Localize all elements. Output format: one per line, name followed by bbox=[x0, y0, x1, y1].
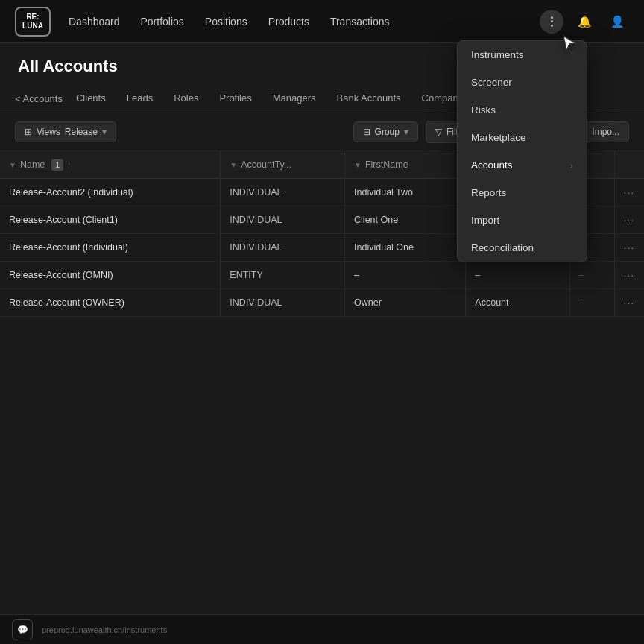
chevron-right-icon: › bbox=[570, 161, 573, 170]
col-first-name-label: FirstName bbox=[365, 160, 408, 170]
cell-type-2: INDIVIDUAL bbox=[221, 234, 345, 262]
views-icon: ⊞ bbox=[25, 127, 32, 137]
nav-transactions[interactable]: Transactions bbox=[330, 16, 390, 28]
tab-back-accounts[interactable]: < Accounts bbox=[15, 93, 63, 104]
col-sort-icon: ▼ bbox=[9, 161, 16, 169]
group-label: Group bbox=[375, 127, 400, 137]
filter-icon: ▽ bbox=[435, 127, 442, 137]
dropdown-item-reconciliation[interactable]: Reconciliation bbox=[458, 234, 587, 262]
tab-bank-accounts[interactable]: Bank Accounts bbox=[326, 85, 411, 113]
col-name-label: Name bbox=[20, 160, 45, 170]
col-account-type[interactable]: ▼ AccountTy... bbox=[221, 151, 345, 179]
col-name-sort-up-icon: ↑ bbox=[67, 161, 71, 169]
bell-icon: 🔔 bbox=[578, 15, 592, 28]
cell-dash-3: – bbox=[569, 262, 614, 289]
dropdown-item-label: Import bbox=[471, 215, 499, 226]
dots-vertical-icon bbox=[551, 16, 553, 27]
cell-type-1: INDIVIDUAL bbox=[221, 206, 345, 234]
cell-lname-4: Account bbox=[466, 289, 569, 317]
status-bar-url: preprod.lunawealth.ch/instruments bbox=[42, 625, 167, 634]
nav-links: Dashboard Portfolios Positions Products … bbox=[69, 16, 540, 28]
col-name[interactable]: ▼ Name 1 ↑ bbox=[0, 151, 221, 179]
row-actions-btn[interactable]: ··· bbox=[624, 242, 635, 253]
views-button[interactable]: ⊞ Views Release ▾ bbox=[15, 121, 116, 142]
cell-dash-4: – bbox=[569, 289, 614, 317]
cell-dots-3[interactable]: ··· bbox=[614, 262, 644, 289]
cell-name-0: Release-Account2 (Individual) bbox=[0, 179, 221, 206]
app-logo[interactable]: RE:LUNA bbox=[15, 7, 51, 37]
cell-fname-0: Individual Two bbox=[345, 179, 466, 206]
col-first-name-sort-icon: ▼ bbox=[354, 161, 362, 169]
tab-leads[interactable]: Leads bbox=[116, 85, 163, 113]
group-chevron-icon: ▾ bbox=[404, 127, 408, 137]
dropdown-item-reports[interactable]: Reports bbox=[458, 179, 587, 206]
profile-button[interactable]: 👤 bbox=[605, 10, 629, 34]
cell-name-4: Release-Account (OWNER) bbox=[0, 289, 221, 317]
cell-dots-1[interactable]: ··· bbox=[614, 206, 644, 234]
table-row[interactable]: Release-Account (OMNI) ENTITY – – – ··· bbox=[0, 262, 644, 289]
top-nav: RE:LUNA Dashboard Portfolios Positions P… bbox=[0, 0, 644, 43]
dropdown-item-label: Accounts bbox=[471, 160, 513, 171]
col-actions bbox=[614, 151, 644, 179]
cell-type-4: INDIVIDUAL bbox=[221, 289, 345, 317]
dropdown-item-marketplace[interactable]: Marketplace bbox=[458, 124, 587, 151]
dropdown-item-risks[interactable]: Risks bbox=[458, 96, 587, 124]
row-actions-btn[interactable]: ··· bbox=[624, 186, 635, 198]
dropdown-item-accounts[interactable]: Accounts› bbox=[458, 151, 587, 179]
cell-fname-3: – bbox=[345, 262, 466, 289]
nav-products[interactable]: Products bbox=[268, 16, 309, 28]
cell-type-0: INDIVIDUAL bbox=[221, 179, 345, 206]
sort-badge: 1 bbox=[51, 159, 63, 171]
dropdown-item-label: Instruments bbox=[471, 49, 524, 60]
dropdown-item-import[interactable]: Import bbox=[458, 206, 587, 234]
cell-lname-3: – bbox=[466, 262, 569, 289]
tab-profiles[interactable]: Profiles bbox=[209, 85, 262, 113]
tab-roles[interactable]: Roles bbox=[163, 85, 209, 113]
table-row[interactable]: Release-Account (OWNER) INDIVIDUAL Owner… bbox=[0, 289, 644, 317]
dropdown-item-label: Reconciliation bbox=[471, 242, 534, 253]
release-label: Release bbox=[65, 127, 98, 137]
dropdown-item-label: Reports bbox=[471, 187, 506, 198]
support-icon-btn[interactable]: 💬 bbox=[12, 619, 33, 640]
cell-name-3: Release-Account (OMNI) bbox=[0, 262, 221, 289]
notifications-button[interactable]: 🔔 bbox=[572, 10, 596, 34]
dropdown-item-screener[interactable]: Screener bbox=[458, 69, 587, 96]
col-first-name[interactable]: ▼ FirstName bbox=[345, 151, 466, 179]
cell-dots-2[interactable]: ··· bbox=[614, 234, 644, 262]
chat-icon: 💬 bbox=[17, 625, 28, 635]
nav-right: 🔔 👤 bbox=[540, 10, 629, 34]
views-label: Views bbox=[37, 127, 60, 137]
cell-name-1: Release-Account (Client1) bbox=[0, 206, 221, 234]
nav-positions[interactable]: Positions bbox=[205, 16, 247, 28]
bottom-bar: 💬 preprod.lunawealth.ch/instruments bbox=[0, 614, 644, 644]
row-actions-btn[interactable]: ··· bbox=[624, 297, 635, 309]
cell-type-3: ENTITY bbox=[221, 262, 345, 289]
cell-fname-2: Individual One bbox=[345, 234, 466, 262]
cell-fname-1: Client One bbox=[345, 206, 466, 234]
dropdown-item-instruments[interactable]: Instruments bbox=[458, 41, 587, 69]
logo-text: RE:LUNA bbox=[22, 13, 43, 31]
views-chevron-icon: ▾ bbox=[102, 127, 107, 137]
cell-dots-4[interactable]: ··· bbox=[614, 289, 644, 317]
more-options-button[interactable] bbox=[540, 10, 564, 34]
col-account-type-label: AccountTy... bbox=[241, 160, 291, 170]
row-actions-btn[interactable]: ··· bbox=[624, 269, 635, 281]
cell-dots-0[interactable]: ··· bbox=[614, 179, 644, 206]
group-icon: ⊟ bbox=[363, 127, 370, 137]
dropdown-item-label: Screener bbox=[471, 77, 512, 88]
import-label: Impo... bbox=[592, 127, 619, 137]
row-actions-btn[interactable]: ··· bbox=[624, 214, 635, 226]
cell-name-2: Release-Account (Individual) bbox=[0, 234, 221, 262]
col-account-type-sort-icon: ▼ bbox=[230, 161, 237, 169]
dropdown-item-label: Marketplace bbox=[471, 132, 526, 143]
avatar-icon: 👤 bbox=[610, 15, 625, 28]
dropdown-menu: InstrumentsScreenerRisksMarketplaceAccou… bbox=[457, 40, 587, 262]
tab-clients[interactable]: Clients bbox=[66, 85, 116, 113]
cell-fname-4: Owner bbox=[345, 289, 466, 317]
group-button[interactable]: ⊟ Group ▾ bbox=[353, 121, 418, 142]
nav-portfolios[interactable]: Portfolios bbox=[141, 16, 184, 28]
dropdown-item-label: Risks bbox=[471, 104, 496, 116]
tab-managers[interactable]: Managers bbox=[262, 85, 326, 113]
nav-dashboard[interactable]: Dashboard bbox=[69, 16, 120, 28]
